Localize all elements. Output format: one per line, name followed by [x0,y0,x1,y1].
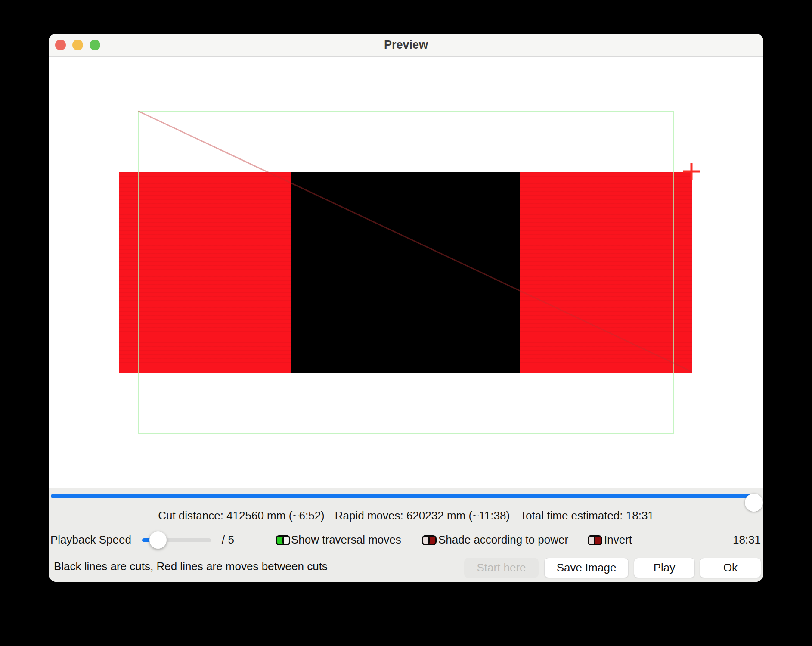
invert-label[interactable]: Invert [604,533,632,547]
shade-power-label[interactable]: Shade according to power [438,533,568,547]
invert-toggle[interactable] [588,535,602,545]
preview-canvas[interactable] [49,57,763,488]
ok-button[interactable]: Ok [700,558,761,578]
elapsed-time-text: 18:31 [733,533,761,547]
legend-hint-text: Black lines are cuts, Red lines are move… [54,560,328,573]
toggle-knob [282,535,290,545]
status-row: Cut distance: 412560 mm (~6:52) Rapid mo… [49,509,763,522]
work-area-outline [138,111,674,434]
title-bar[interactable]: Preview [49,34,763,57]
shade-power-toggle[interactable] [422,535,437,545]
playback-speed-label: Playback Speed [50,533,131,547]
cut-distance-text: Cut distance: 412560 mm (~6:52) [158,509,325,522]
rapid-moves-text: Rapid moves: 620232 mm (~11:38) [335,509,510,522]
playback-speed-value: / 5 [222,533,234,547]
playback-slider-thumb[interactable] [149,531,167,549]
playback-speed-slider[interactable] [142,531,211,550]
toggle-knob [422,535,430,545]
start-here-button[interactable]: Start here [464,558,539,578]
playback-controls-row: Playback Speed / 5 Show traversal moves … [49,531,763,550]
window-title: Preview [49,34,763,56]
total-time-text: Total time estimated: 18:31 [520,509,654,522]
timeline-progress-bar[interactable] [51,494,752,498]
toggle-knob [588,535,595,545]
save-image-button[interactable]: Save Image [544,558,629,578]
preview-window: Preview Cut distance: 412560 mm (~6:52) … [49,34,763,582]
play-button[interactable]: Play [634,558,695,578]
control-panel: Cut distance: 412560 mm (~6:52) Rapid mo… [49,488,763,582]
show-traversal-label[interactable]: Show traversal moves [291,533,401,547]
show-traversal-toggle[interactable] [276,535,290,545]
